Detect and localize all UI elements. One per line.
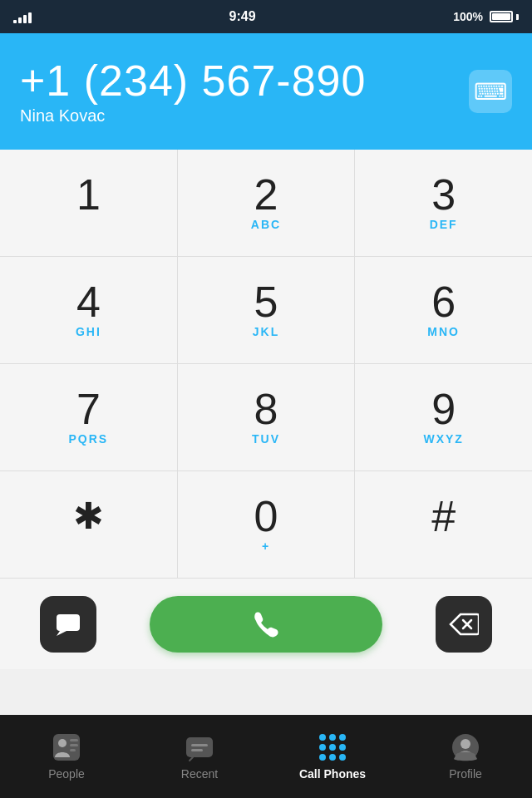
hash-icon: ⌨ (474, 78, 507, 106)
tab-bar: People Recent (0, 715, 532, 798)
tab-people[interactable]: People (0, 715, 133, 798)
contact-name: Nina Kovac (20, 106, 469, 126)
phone-number-display: +1 (234) 567-890 Nina Kovac (20, 57, 469, 126)
svg-point-13 (461, 739, 470, 749)
key-9[interactable]: 9 WXYZ (355, 364, 532, 470)
tab-people-label: People (48, 767, 85, 781)
profile-tab-icon (451, 732, 480, 762)
tab-recent[interactable]: Recent (133, 715, 266, 798)
key-4[interactable]: 4 GHI (0, 257, 178, 363)
status-right: 100% (453, 10, 519, 23)
key-5[interactable]: 5 JKL (178, 257, 356, 363)
people-icon (52, 732, 81, 762)
status-bar: 9:49 100% (0, 0, 532, 33)
signal-bar-2 (18, 17, 22, 23)
key-0[interactable]: 0 + (178, 471, 356, 578)
tab-recent-label: Recent (181, 767, 218, 781)
recent-icon (185, 732, 214, 762)
call-phones-tab-icon (318, 732, 347, 762)
key-star[interactable]: ✱ (0, 471, 178, 578)
battery-fill (492, 13, 510, 20)
tab-profile-label: Profile (449, 767, 482, 781)
hash-button[interactable]: ⌨ (469, 70, 512, 113)
phone-number: +1 (234) 567-890 (20, 57, 469, 105)
dialpad: 1 2 ABC 3 DEF 4 GHI 5 JKL 6 MNO 7 PQRS (0, 150, 532, 578)
tab-call-phones-label: Call Phones (299, 767, 366, 781)
people-tab-icon (52, 732, 81, 762)
svg-marker-1 (57, 631, 66, 636)
dialer-header: +1 (234) 567-890 Nina Kovac ⌨ (0, 33, 532, 150)
dialpad-row-2: 4 GHI 5 JKL 6 MNO (0, 257, 532, 364)
dialpad-row-1: 1 2 ABC 3 DEF (0, 150, 532, 257)
tab-call-phones[interactable]: Call Phones (266, 715, 399, 798)
dialpad-row-4: ✱ 0 + # (0, 471, 532, 578)
message-button[interactable] (40, 596, 96, 653)
svg-rect-10 (191, 744, 208, 746)
battery-body (490, 11, 513, 22)
signal-bar-1 (13, 20, 17, 23)
delete-button[interactable] (436, 596, 492, 653)
battery-tip (516, 14, 519, 20)
svg-rect-11 (191, 749, 203, 751)
call-button[interactable] (150, 596, 382, 653)
key-1[interactable]: 1 (0, 150, 178, 256)
battery-pct-label: 100% (453, 10, 483, 23)
call-icon (249, 608, 283, 641)
key-hash[interactable]: # (355, 471, 532, 578)
key-8[interactable]: 8 TUV (178, 364, 356, 470)
key-7[interactable]: 7 PQRS (0, 364, 178, 470)
signal-area (13, 10, 32, 23)
svg-rect-9 (186, 737, 213, 757)
dialpad-row-3: 7 PQRS 8 TUV 9 WXYZ (0, 364, 532, 471)
recent-tab-icon (185, 732, 214, 762)
action-row (0, 578, 532, 669)
key-2[interactable]: 2 ABC (178, 150, 356, 256)
svg-rect-0 (57, 614, 80, 631)
tab-profile[interactable]: Profile (399, 715, 532, 798)
status-time: 9:49 (229, 9, 256, 24)
key-6[interactable]: 6 MNO (355, 257, 532, 363)
battery-icon (490, 11, 519, 22)
svg-rect-8 (70, 749, 76, 751)
signal-bar-4 (28, 12, 32, 23)
svg-point-5 (58, 739, 66, 747)
svg-rect-7 (70, 744, 78, 746)
signal-bar-3 (23, 15, 27, 23)
message-icon (53, 609, 83, 639)
key-3[interactable]: 3 DEF (355, 150, 532, 256)
signal-bars (13, 10, 32, 23)
profile-icon (451, 732, 480, 762)
delete-icon (449, 613, 479, 636)
svg-rect-6 (70, 739, 78, 741)
grid-dots-icon (319, 734, 346, 761)
